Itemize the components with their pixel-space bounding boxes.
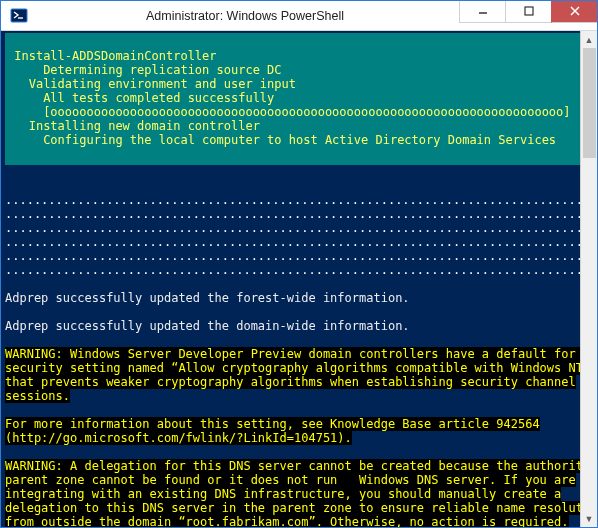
window-title: Administrator: Windows PowerShell — [31, 9, 459, 23]
progress-line: Configuring the local computer to host A… — [14, 133, 556, 147]
warning-line: WARNING: A delegation for this DNS serve… — [5, 459, 580, 473]
separator-line: ........................................… — [5, 235, 580, 249]
separator-line: ........................................… — [5, 249, 580, 263]
warning-line: from outside the domain “root.fabrikam.c… — [5, 515, 569, 527]
warning-line: security setting named “Allow cryptograp… — [5, 361, 580, 375]
warning-line: parent zone cannot be found or it does n… — [5, 473, 576, 487]
progress-line: Installing new domain controller — [14, 119, 260, 133]
powershell-window: Administrator: Windows PowerShell Instal… — [0, 0, 598, 528]
window-controls — [459, 1, 597, 23]
separator-line: ........................................… — [5, 207, 580, 221]
scroll-thumb[interactable] — [583, 48, 596, 158]
progress-bar: [ooooooooooooooooooooooooooooooooooooooo… — [14, 105, 570, 119]
info-line: (http://go.microsoft.com/fwlink/?LinkId=… — [5, 431, 352, 445]
progress-command: Install-ADDSDomainController — [14, 49, 216, 63]
separator-line: ........................................… — [5, 263, 580, 277]
svg-rect-2 — [525, 7, 533, 15]
maximize-button[interactable] — [505, 1, 551, 23]
client-area: Install-ADDSDomainController Determining… — [1, 31, 597, 527]
warning-line: integrating with an existing DNS infrast… — [5, 487, 561, 501]
minimize-button[interactable] — [459, 1, 505, 23]
powershell-icon — [7, 4, 31, 28]
scroll-up-arrow[interactable]: ▲ — [581, 31, 597, 48]
svg-rect-0 — [11, 9, 27, 22]
separator-line: ........................................… — [5, 193, 580, 207]
console-output[interactable]: Install-ADDSDomainController Determining… — [1, 31, 580, 527]
scroll-down-arrow[interactable]: ▼ — [581, 510, 597, 527]
warning-line: that prevents weaker cryptography algori… — [5, 375, 576, 389]
scroll-track[interactable] — [581, 48, 597, 510]
progress-line: All tests completed successfully — [14, 91, 274, 105]
warning-line: sessions. — [5, 389, 70, 403]
titlebar[interactable]: Administrator: Windows PowerShell — [1, 1, 597, 31]
vertical-scrollbar[interactable]: ▲ ▼ — [580, 31, 597, 527]
adprep-forest-msg: Adprep successfully updated the forest-w… — [5, 291, 410, 305]
progress-line: Validating environment and user input — [14, 77, 296, 91]
warning-line: delegation to this DNS server in the par… — [5, 501, 580, 515]
progress-line: Determining replication source DC — [14, 63, 281, 77]
info-line: For more information about this setting,… — [5, 417, 540, 431]
warning-line: WARNING: Windows Server Developer Previe… — [5, 347, 580, 361]
close-button[interactable] — [551, 1, 597, 23]
separator-line: ........................................… — [5, 221, 580, 235]
progress-block: Install-ADDSDomainController Determining… — [5, 33, 580, 165]
adprep-domain-msg: Adprep successfully updated the domain-w… — [5, 319, 410, 333]
